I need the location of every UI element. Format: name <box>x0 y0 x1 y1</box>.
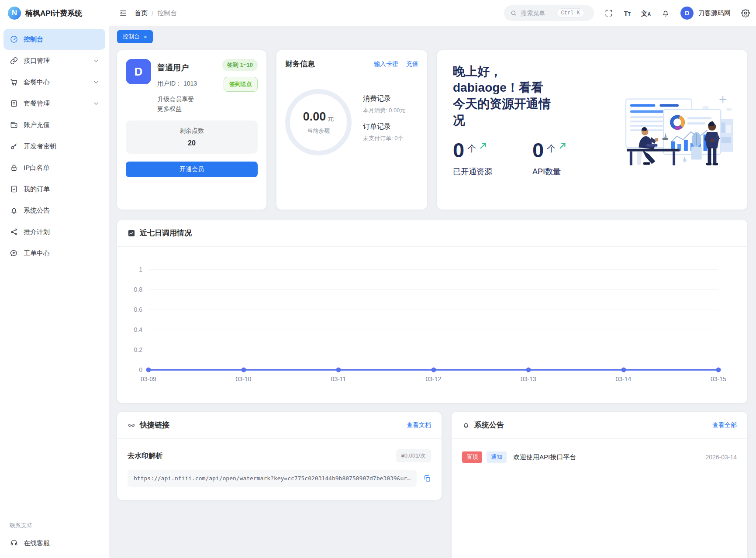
cart-icon <box>10 78 18 86</box>
stat-opened-resources: 0 个 已开通资源 <box>453 140 492 177</box>
main-area: 首页 / 控制台 Ctrl K TT 文A D 刀客源码网 <box>109 0 756 558</box>
chart-data-point <box>526 368 531 372</box>
header-actions: Ctrl K TT 文A D 刀客源码网 <box>504 5 750 21</box>
sidebar-item-package-manage[interactable]: 套餐管理 <box>3 93 105 114</box>
share-icon <box>10 227 18 236</box>
chart-data-point <box>336 368 341 372</box>
fullscreen-icon[interactable] <box>604 9 613 17</box>
copy-icon[interactable] <box>423 475 431 482</box>
app-title: 楠枫API计费系统 <box>25 8 82 18</box>
chart-data-point <box>431 368 436 372</box>
chart-y-tick: 0.6 <box>123 306 142 313</box>
quick-links-title: 快捷链接 <box>140 420 169 430</box>
headset-icon <box>10 538 18 548</box>
balance-value: 0.00元 <box>303 110 334 124</box>
sidebar-item-tickets[interactable]: 工单中心 <box>3 243 105 264</box>
balance-ring: 0.00元 当前余额 <box>285 89 352 155</box>
points-panel: 剩余点数 20 <box>126 121 258 154</box>
chart-data-point <box>241 368 246 372</box>
stat-value: 0 <box>532 140 544 160</box>
tab-dashboard[interactable]: 控制台 × <box>117 30 153 43</box>
greeting-text: 晚上好，dabiaoge！看看今天的资源开通情况 <box>453 63 552 128</box>
open-vip-button[interactable]: 开通会员 <box>126 162 258 177</box>
sidebar-item-announcements[interactable]: 系统公告 <box>3 200 105 221</box>
sidebar-item-package-center[interactable]: 套餐中心 <box>3 72 105 93</box>
welcome-card: 晚上好，dabiaoge！看看今天的资源开通情况 0 个 已开通资源 <box>437 50 747 210</box>
sidebar-item-label: 我的订单 <box>24 185 50 193</box>
notice-title: 系统公告 <box>474 420 504 430</box>
key-icon <box>10 142 18 151</box>
gauge-icon <box>10 35 18 44</box>
user-menu[interactable]: D 刀客源码网 <box>680 7 731 20</box>
translate-icon[interactable]: 文A <box>641 10 651 17</box>
search-shortcut-badge: Ctrl K <box>556 8 584 18</box>
breadcrumb-home[interactable]: 首页 <box>135 9 148 17</box>
consume-detail: 本月消费: 0.00元 <box>363 107 406 114</box>
chart-x-tick: 03-10 <box>236 375 252 382</box>
page-content: D 普通用户 用户ID： 1013 升级会员享受更多权益 签到 1~10 签到送… <box>109 43 756 558</box>
chart-data-point <box>146 368 151 372</box>
api-url-field[interactable]: https://api.nfiii.com/api/open/watermark… <box>128 470 417 487</box>
chart-y-tick: 0.8 <box>123 286 142 293</box>
sidebar-item-label: 套餐管理 <box>24 100 50 108</box>
collapse-sidebar-button[interactable] <box>119 9 128 17</box>
stat-api-count: 0 个 API数量 <box>532 140 566 177</box>
chart-plot: 00.20.40.60.8103-0903-1003-1103-1203-130… <box>148 269 718 370</box>
notice-item-date: 2026-03-14 <box>705 454 737 461</box>
view-docs-link[interactable]: 查看文档 <box>407 421 431 429</box>
stat-value: 0 <box>453 140 464 160</box>
stat-unit: 个 <box>467 143 476 155</box>
sidebar-item-developer-keys[interactable]: 开发者密钥 <box>3 136 105 157</box>
chart-line <box>148 269 718 370</box>
tab-label: 控制台 <box>123 33 140 41</box>
welcome-illustration <box>622 86 735 170</box>
notice-item-title: 欢迎使用API接口平台 <box>513 453 576 462</box>
online-support-label: 在线客服 <box>24 539 50 548</box>
notice-card: 系统公告 查看全部 置顶 通知 欢迎使用API接口平台 2026-03-14 <box>452 412 747 558</box>
avatar: D <box>680 7 694 20</box>
chart-icon <box>128 229 135 237</box>
sidebar-item-ip-whitelist[interactable]: IP白名单 <box>3 157 105 178</box>
chart-x-tick: 03-13 <box>521 375 536 382</box>
sidebar-item-recharge[interactable]: 账户充值 <box>3 114 105 135</box>
signin-button[interactable]: 签到送点 <box>224 77 258 92</box>
order-icon <box>10 185 18 193</box>
tab-close-icon[interactable]: × <box>144 34 147 40</box>
sidebar-item-label: 推介计划 <box>24 228 50 236</box>
sidebar-item-label: 开发者密钥 <box>24 142 56 151</box>
app-window: N 楠枫API计费系统 控制台 接口管理 套餐中心 套餐管理 <box>0 0 756 558</box>
username: 刀客源码网 <box>698 9 731 17</box>
sidebar-item-api-manage[interactable]: 接口管理 <box>3 50 105 71</box>
tab-bar: 控制台 × <box>109 26 756 43</box>
search-box[interactable]: Ctrl K <box>504 5 594 21</box>
app-logo: N <box>8 7 21 20</box>
sidebar: N 楠枫API计费系统 控制台 接口管理 套餐中心 套餐管理 <box>0 0 109 558</box>
online-support-button[interactable]: 在线客服 <box>10 538 99 548</box>
package-icon <box>10 99 18 108</box>
search-input[interactable] <box>521 10 553 17</box>
view-all-link[interactable]: 查看全部 <box>712 421 737 429</box>
sidebar-item-label: 工单中心 <box>24 249 50 258</box>
settings-gear-icon[interactable] <box>741 9 750 17</box>
notice-item[interactable]: 置顶 通知 欢迎使用API接口平台 2026-03-14 <box>462 443 737 471</box>
wallet-icon <box>10 121 18 129</box>
notifications-bell-icon[interactable] <box>661 9 670 17</box>
sidebar-item-referral[interactable]: 推介计划 <box>3 221 105 242</box>
sidebar-item-label: 系统公告 <box>24 207 50 215</box>
sidebar-item-my-orders[interactable]: 我的订单 <box>3 179 105 200</box>
chart-y-tick: 1 <box>123 266 142 273</box>
chevron-down-icon <box>93 58 99 64</box>
chart-y-tick: 0.4 <box>123 326 142 333</box>
sidebar-item-label: 账户充值 <box>24 121 50 129</box>
stat-label: 已开通资源 <box>453 166 492 177</box>
top-header: 首页 / 控制台 Ctrl K TT 文A D 刀客源码网 <box>109 0 756 26</box>
chart-x-tick: 03-15 <box>711 375 726 382</box>
price-badge: ¥0.001/次 <box>396 449 431 462</box>
search-icon <box>510 10 517 17</box>
font-size-icon[interactable]: TT <box>624 10 630 17</box>
recharge-link[interactable]: 充值 <box>406 60 418 68</box>
sidebar-item-dashboard[interactable]: 控制台 <box>3 29 105 50</box>
finance-card: 财务信息 输入卡密 充值 0.00元 当前余额 消费 <box>276 50 427 210</box>
link-icon <box>10 56 18 65</box>
enter-card-key-link[interactable]: 输入卡密 <box>374 60 398 68</box>
